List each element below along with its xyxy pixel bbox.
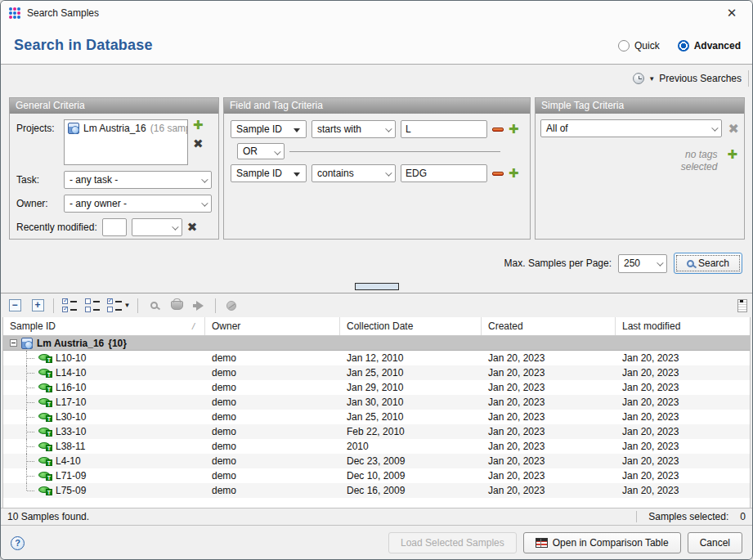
table-row[interactable]: T L10-10 demo Jan 12, 2010 Jan 20, 2023 … — [3, 351, 750, 365]
collapse-all-button[interactable]: − — [6, 298, 24, 314]
select-all-button[interactable] — [61, 298, 78, 314]
recently-modified-unit-select[interactable] — [132, 218, 182, 236]
add-criterion-icon[interactable]: ✚ — [509, 123, 519, 135]
owner-cell: demo — [205, 352, 340, 364]
table-row[interactable]: T L14-10 demo Jan 25, 2010 Jan 20, 2023 … — [3, 365, 750, 380]
search-mode-group: Quick Advanced — [618, 40, 741, 52]
task-label: Task: — [16, 174, 64, 186]
table-row[interactable]: T L75-09 demo Dec 16, 2009 Jan 20, 2023 … — [3, 483, 750, 498]
column-header-owner[interactable]: Owner — [205, 317, 340, 335]
selection-options-button[interactable]: ▼ — [106, 298, 131, 314]
close-icon[interactable]: ✕ — [719, 3, 744, 23]
splitter-handle[interactable] — [355, 283, 399, 290]
add-tag-icon[interactable]: ✚ — [727, 149, 737, 160]
advanced-radio-circle[interactable] — [678, 40, 689, 52]
owner-cell: demo — [205, 470, 340, 482]
criteria-value-input-1[interactable] — [401, 120, 487, 138]
owner-label: Owner: — [16, 198, 64, 209]
titlebar: Search Samples ✕ — [1, 1, 752, 25]
owner-cell: demo — [205, 396, 340, 408]
collection-date-cell: Dec 23, 2009 — [340, 455, 482, 467]
tag-criteria-panel: Simple Tag Criteria All of ✖ no tags sel… — [535, 97, 745, 240]
samples-selected-value: 0 — [740, 511, 746, 522]
add-project-icon[interactable]: ✚ — [193, 119, 204, 131]
expand-icon: + — [32, 299, 44, 311]
comparison-table-icon — [536, 538, 548, 548]
criteria-area: ▼ Previous Searches General Criteria Pro… — [1, 65, 752, 293]
remove-project-icon[interactable]: ✖ — [193, 138, 204, 150]
table-row[interactable]: T L30-10 demo Jan 25, 2010 Jan 20, 2023 … — [3, 410, 750, 424]
tag-mode-value: All of — [546, 123, 568, 134]
task-select[interactable]: - any task - — [64, 171, 212, 189]
search-button[interactable]: Search — [674, 253, 742, 274]
open-in-comparison-table-button[interactable]: Open in Comparison Table — [523, 532, 681, 553]
table-row[interactable]: T L33-10 demo Feb 22, 2010 Jan 20, 2023 … — [3, 424, 750, 439]
previous-searches-button[interactable]: ▼ Previous Searches — [633, 70, 749, 87]
sample-icon: T — [38, 441, 52, 451]
project-name: Lm Austria_16 — [83, 123, 146, 134]
cancel-button[interactable]: Cancel — [688, 532, 742, 553]
chevron-down-icon — [385, 169, 392, 176]
field-select-1[interactable]: Sample ID — [231, 120, 307, 138]
group-row[interactable]: Lm Austria_16 {10} — [3, 336, 750, 351]
recently-modified-input[interactable] — [102, 218, 127, 236]
general-criteria-title: General Criteria — [10, 98, 218, 114]
dropdown-triangle-icon — [294, 172, 300, 177]
expand-all-button[interactable]: + — [29, 298, 47, 314]
criteria-value-input-2[interactable] — [401, 164, 487, 182]
quick-radio[interactable]: Quick — [618, 40, 660, 52]
collapse-icon: − — [9, 299, 21, 311]
created-cell: Jan 20, 2023 — [482, 470, 616, 482]
tag-mode-select[interactable]: All of — [540, 119, 722, 137]
sample-id-cell: L16-10 — [56, 382, 86, 393]
projects-listbox[interactable]: Lm Austria_16 (16 samples) — [64, 119, 188, 165]
operator-select-2[interactable]: contains — [312, 164, 396, 182]
help-icon[interactable]: ? — [11, 536, 25, 550]
column-header-collection-date[interactable]: Collection Date — [340, 317, 482, 335]
table-row[interactable]: T L16-10 demo Jan 29, 2010 Jan 20, 2023 … — [3, 380, 750, 395]
chevron-down-icon — [274, 148, 280, 155]
table-row[interactable]: T L71-09 demo Dec 10, 2009 Jan 20, 2023 … — [3, 468, 750, 483]
owner-cell: demo — [205, 441, 340, 452]
operator-select-1[interactable]: starts with — [312, 120, 396, 138]
globe-disabled-icon — [226, 301, 236, 311]
deselect-all-button[interactable] — [83, 298, 101, 314]
owner-cell: demo — [205, 455, 340, 467]
column-header-last-modified[interactable]: Last modified — [616, 317, 750, 335]
remove-criterion-icon[interactable] — [492, 172, 504, 176]
chevron-down-icon: ▼ — [124, 302, 131, 309]
max-samples-select[interactable]: 250 — [618, 254, 667, 273]
clear-recently-modified-icon[interactable]: ✖ — [187, 222, 198, 233]
column-header-created[interactable]: Created — [482, 317, 616, 335]
last-modified-cell: Jan 20, 2023 — [616, 426, 750, 437]
project-sample-count: (16 samples) — [150, 123, 188, 134]
chevron-down-icon — [385, 125, 392, 132]
chevron-down-icon — [201, 199, 208, 206]
column-picker-icon[interactable] — [737, 299, 747, 312]
field-select-2[interactable]: Sample ID — [231, 164, 307, 182]
add-criterion-icon[interactable]: ✚ — [509, 168, 519, 179]
owner-select[interactable]: - any owner - — [64, 195, 212, 213]
window-title: Search Samples — [27, 7, 99, 19]
samples-found-text: 10 Samples found. — [7, 511, 89, 522]
project-item[interactable]: Lm Austria_16 (16 samples) — [68, 123, 184, 134]
recently-modified-label: Recently modified: — [16, 222, 97, 233]
operator-select-2-value: contains — [317, 168, 354, 179]
remove-criterion-icon[interactable] — [492, 128, 504, 132]
collection-date-cell: 2010 — [340, 441, 482, 452]
table-row[interactable]: T L4-10 demo Dec 23, 2009 Jan 20, 2023 J… — [3, 454, 750, 468]
collapse-group-icon[interactable] — [10, 339, 17, 347]
tree-branch — [26, 351, 35, 365]
quick-radio-circle[interactable] — [618, 40, 630, 52]
created-cell: Jan 20, 2023 — [482, 382, 616, 393]
table-row[interactable]: T L38-11 demo 2010 Jan 20, 2023 Jan 20, … — [3, 439, 750, 454]
table-row[interactable]: T L17-10 demo Jan 30, 2010 Jan 20, 2023 … — [3, 395, 750, 410]
clear-tags-icon[interactable]: ✖ — [728, 121, 739, 137]
collection-date-cell: Jan 29, 2010 — [340, 382, 482, 393]
tree-branch — [26, 454, 35, 468]
sample-icon: T — [38, 456, 52, 466]
join-operator-select[interactable]: OR — [237, 143, 285, 159]
collection-date-cell: Jan 30, 2010 — [340, 396, 482, 408]
column-header-sample-id[interactable]: Sample ID / — [3, 317, 205, 335]
advanced-radio[interactable]: Advanced — [678, 40, 741, 52]
